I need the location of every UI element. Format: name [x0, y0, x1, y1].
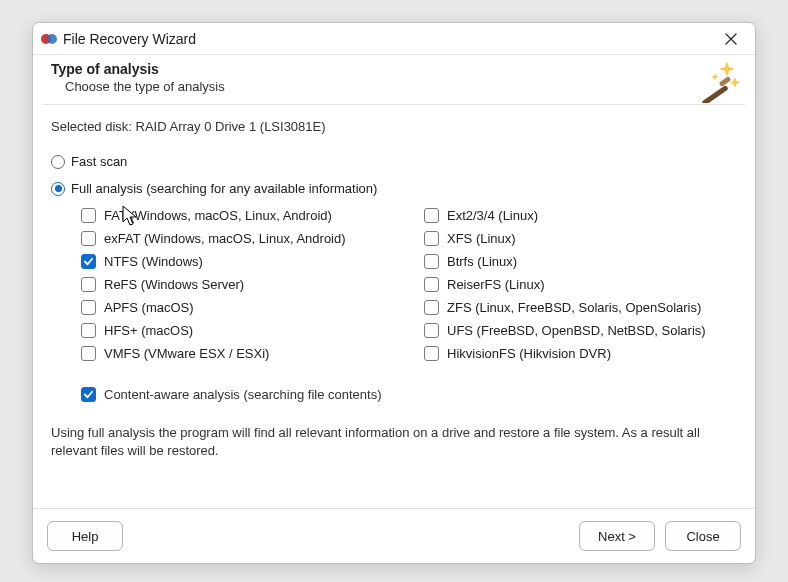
app-icon	[41, 31, 57, 47]
close-button[interactable]	[713, 25, 749, 53]
svg-point-1	[47, 34, 57, 44]
file-recovery-wizard-dialog: File Recovery Wizard Type of analysis Ch…	[32, 22, 756, 564]
fs-option-refs[interactable]: ReFS (Windows Server)	[81, 277, 394, 292]
checkbox-vmfs[interactable]	[81, 346, 96, 361]
fs-label-reiser: ReiserFS (Linux)	[447, 277, 545, 292]
fs-label-vmfs: VMFS (VMware ESX / ESXi)	[104, 346, 269, 361]
page-title: Type of analysis	[51, 61, 737, 77]
next-button[interactable]: Next >	[579, 521, 655, 551]
checkbox-reiser[interactable]	[424, 277, 439, 292]
fs-option-fat[interactable]: FAT (Windows, macOS, Linux, Android)	[81, 208, 394, 223]
selected-disk-prefix: Selected disk:	[51, 119, 136, 134]
svg-marker-2	[719, 61, 735, 77]
fs-label-ext: Ext2/3/4 (Linux)	[447, 208, 538, 223]
checkbox-btrfs[interactable]	[424, 254, 439, 269]
full-analysis-description: Using full analysis the program will fin…	[51, 424, 737, 459]
window-title: File Recovery Wizard	[63, 31, 713, 47]
radio-fast-scan[interactable]	[51, 155, 65, 169]
wizard-wand-icon	[697, 59, 741, 103]
help-button[interactable]: Help	[47, 521, 123, 551]
checkbox-exfat[interactable]	[81, 231, 96, 246]
option-full-analysis[interactable]: Full analysis (searching for any availab…	[51, 181, 737, 196]
option-content-aware[interactable]: Content-aware analysis (searching file c…	[81, 387, 737, 402]
radio-full-analysis[interactable]	[51, 182, 65, 196]
fs-label-fat: FAT (Windows, macOS, Linux, Android)	[104, 208, 332, 223]
checkbox-hfsp[interactable]	[81, 323, 96, 338]
fs-label-hfsp: HFS+ (macOS)	[104, 323, 193, 338]
fast-scan-label: Fast scan	[71, 154, 127, 169]
fs-label-refs: ReFS (Windows Server)	[104, 277, 244, 292]
fs-option-ntfs[interactable]: NTFS (Windows)	[81, 254, 394, 269]
fs-option-zfs[interactable]: ZFS (Linux, FreeBSD, Solaris, OpenSolari…	[424, 300, 737, 315]
svg-rect-5	[701, 85, 728, 103]
selected-disk-value: RAID Array 0 Drive 1 (LSI3081E)	[136, 119, 326, 134]
fs-label-ufs: UFS (FreeBSD, OpenBSD, NetBSD, Solaris)	[447, 323, 706, 338]
titlebar: File Recovery Wizard	[33, 23, 755, 55]
fs-option-xfs[interactable]: XFS (Linux)	[424, 231, 737, 246]
checkbox-fat[interactable]	[81, 208, 96, 223]
selected-disk-line: Selected disk: RAID Array 0 Drive 1 (LSI…	[51, 119, 737, 134]
fs-option-apfs[interactable]: APFS (macOS)	[81, 300, 394, 315]
filesystem-grid: FAT (Windows, macOS, Linux, Android)Ext2…	[81, 208, 737, 361]
svg-marker-4	[711, 73, 719, 81]
fs-label-hikfs: HikvisionFS (Hikvision DVR)	[447, 346, 611, 361]
checkbox-zfs[interactable]	[424, 300, 439, 315]
fs-option-ufs[interactable]: UFS (FreeBSD, OpenBSD, NetBSD, Solaris)	[424, 323, 737, 338]
fs-option-hfsp[interactable]: HFS+ (macOS)	[81, 323, 394, 338]
fs-label-exfat: exFAT (Windows, macOS, Linux, Android)	[104, 231, 346, 246]
svg-marker-3	[730, 77, 740, 88]
fs-option-reiser[interactable]: ReiserFS (Linux)	[424, 277, 737, 292]
fs-option-ext[interactable]: Ext2/3/4 (Linux)	[424, 208, 737, 223]
checkbox-ufs[interactable]	[424, 323, 439, 338]
checkbox-refs[interactable]	[81, 277, 96, 292]
option-fast-scan[interactable]: Fast scan	[51, 154, 737, 169]
content-aware-label: Content-aware analysis (searching file c…	[104, 387, 381, 402]
fs-option-btrfs[interactable]: Btrfs (Linux)	[424, 254, 737, 269]
checkbox-apfs[interactable]	[81, 300, 96, 315]
fs-option-hikfs[interactable]: HikvisionFS (Hikvision DVR)	[424, 346, 737, 361]
fs-label-ntfs: NTFS (Windows)	[104, 254, 203, 269]
checkbox-ntfs[interactable]	[81, 254, 96, 269]
wizard-footer: Help Next > Close	[33, 508, 755, 563]
checkbox-ext[interactable]	[424, 208, 439, 223]
checkbox-xfs[interactable]	[424, 231, 439, 246]
close-button-footer[interactable]: Close	[665, 521, 741, 551]
close-icon	[725, 33, 737, 45]
checkbox-hikfs[interactable]	[424, 346, 439, 361]
fs-label-xfs: XFS (Linux)	[447, 231, 516, 246]
checkbox-content-aware[interactable]	[81, 387, 96, 402]
page-subtitle: Choose the type of analysis	[65, 79, 737, 94]
fs-option-vmfs[interactable]: VMFS (VMware ESX / ESXi)	[81, 346, 394, 361]
wizard-header: Type of analysis Choose the type of anal…	[33, 55, 755, 104]
svg-rect-6	[719, 76, 732, 87]
fs-label-apfs: APFS (macOS)	[104, 300, 194, 315]
fs-option-exfat[interactable]: exFAT (Windows, macOS, Linux, Android)	[81, 231, 394, 246]
wizard-body: Selected disk: RAID Array 0 Drive 1 (LSI…	[33, 105, 755, 508]
full-analysis-label: Full analysis (searching for any availab…	[71, 181, 377, 196]
fs-label-zfs: ZFS (Linux, FreeBSD, Solaris, OpenSolari…	[447, 300, 701, 315]
fs-label-btrfs: Btrfs (Linux)	[447, 254, 517, 269]
